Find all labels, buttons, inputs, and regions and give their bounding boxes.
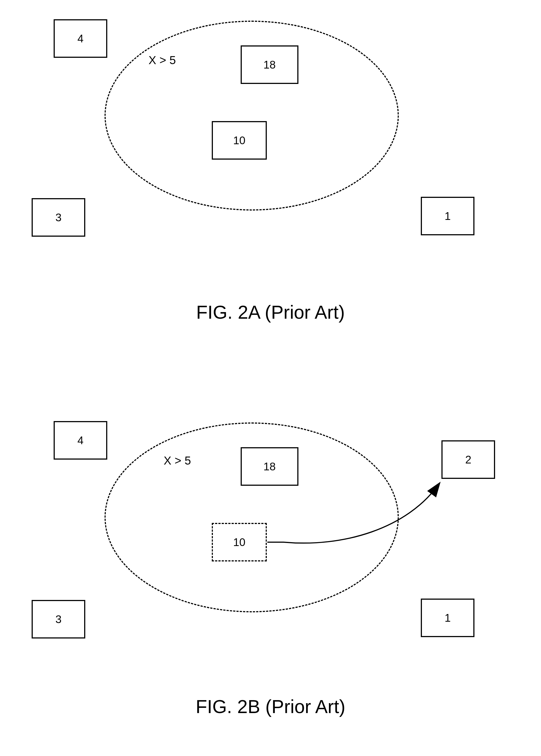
figB-caption: FIG. 2B (Prior Art) xyxy=(0,696,541,717)
figB-arrow xyxy=(0,0,541,756)
page: X > 5 4 18 10 3 1 FIG. 2A (Prior Art) X … xyxy=(0,0,541,756)
